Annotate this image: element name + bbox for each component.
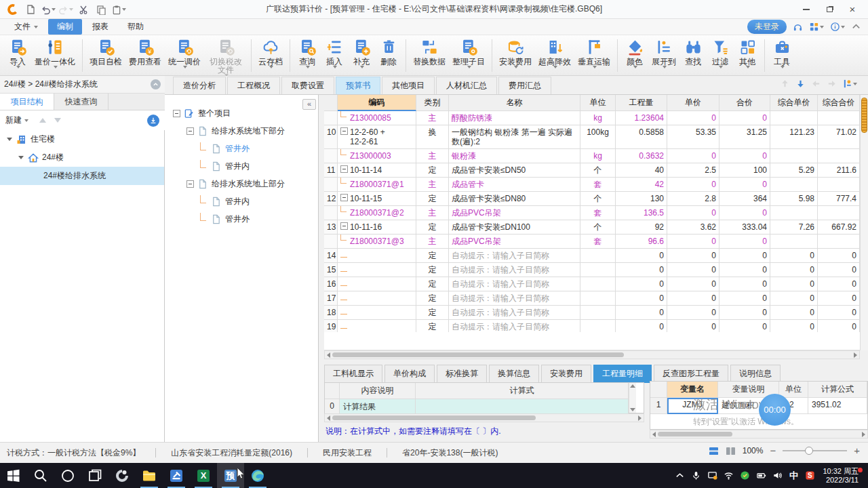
vars-cell-rownum[interactable]: 1 <box>650 398 667 414</box>
tree-node-管井外[interactable]: 管井外 <box>165 210 318 228</box>
list-view-icon[interactable] <box>709 447 719 455</box>
cell-name[interactable]: 银粉漆 <box>449 149 580 163</box>
cell-total[interactable]: 0 <box>719 206 770 220</box>
detail-tab-工料机显示[interactable]: 工料机显示 <box>324 365 382 383</box>
cell-code[interactable] <box>338 277 416 291</box>
cell-composite-price[interactable] <box>770 149 818 163</box>
cell-name[interactable]: 成品管卡安装≤DN80 <box>449 192 580 206</box>
volume-icon[interactable] <box>772 470 783 481</box>
copy-icon[interactable] <box>94 3 108 16</box>
tree-node-整个项目[interactable]: 整个项目 <box>165 104 318 122</box>
expand-collapse-icon[interactable] <box>340 127 348 135</box>
detail-tab-单价构成[interactable]: 单价构成 <box>384 365 435 383</box>
cell-category[interactable]: 定 <box>416 249 449 263</box>
toolbar-button-安装费用[interactable]: 安装费用 <box>496 37 535 69</box>
cell-category[interactable]: 主 <box>416 178 449 192</box>
menu-item-文件[interactable]: 文件 <box>5 19 47 35</box>
cell-composite-total[interactable]: 0 <box>818 277 860 291</box>
cell-composite-total[interactable]: 777.4 <box>818 192 860 206</box>
apps-grid-icon[interactable] <box>809 22 824 32</box>
cell-total[interactable]: 0 <box>719 149 770 163</box>
cell-code[interactable] <box>338 291 416 306</box>
cell-quantity[interactable]: 0 <box>616 306 667 320</box>
expand-collapse-icon[interactable] <box>340 165 348 173</box>
tree-node-管井内[interactable]: 管井内 <box>165 192 318 210</box>
cell-composite-price[interactable]: 0 <box>770 249 818 263</box>
export-circle-button[interactable] <box>147 115 159 127</box>
cell-name[interactable]: 成品PVC吊架 <box>449 206 580 220</box>
cell-composite-price[interactable]: 7.26 <box>770 220 818 235</box>
cell-unit-price[interactable]: 0 <box>667 111 719 125</box>
headset-icon[interactable] <box>793 22 803 32</box>
collapse-ribbon-icon[interactable] <box>851 22 861 32</box>
cell-composite-price[interactable]: 121.23 <box>770 125 818 149</box>
column-header-rownum[interactable] <box>324 95 338 111</box>
toolbar-button-其他[interactable]: 其他 <box>734 37 761 69</box>
tab-预算书[interactable]: 预算书 <box>336 77 380 94</box>
new-doc-icon[interactable] <box>23 3 38 16</box>
cell-quantity[interactable]: 0.3632 <box>616 149 667 163</box>
detail-tab-标准换算[interactable]: 标准换算 <box>437 365 487 383</box>
cell-row-number[interactable]: 12 <box>324 192 338 206</box>
cell-name[interactable]: 自动提示：请输入子目简称 <box>449 306 580 320</box>
cell-category[interactable]: 定 <box>416 306 449 320</box>
toolbar-button-工具[interactable]: 工具 <box>768 37 795 69</box>
collapse-tree-panel-button[interactable]: « <box>302 99 316 110</box>
cell-code[interactable] <box>338 306 416 320</box>
cell-unit-price[interactable]: 0 <box>667 235 719 249</box>
cortana-icon[interactable] <box>54 463 81 488</box>
cell-row-number[interactable] <box>324 178 338 192</box>
cell-composite-total[interactable] <box>818 235 860 249</box>
cell-unit-price[interactable]: 0 <box>667 249 719 263</box>
toolbar-button-切换税改文件[interactable]: 切换税改文件 <box>204 37 248 77</box>
cell-total[interactable]: 0 <box>719 111 770 125</box>
toolbar-button-整理子目[interactable]: 整理子目 <box>449 37 488 69</box>
cell-quantity[interactable]: 0 <box>616 249 667 263</box>
budget-horizontal-scrollbar[interactable] <box>324 350 860 359</box>
move-down-icon[interactable] <box>54 118 61 123</box>
cell-total[interactable]: 0 <box>719 291 770 306</box>
cell-composite-total[interactable]: 0 <box>818 291 860 306</box>
antivirus-icon[interactable] <box>739 470 750 481</box>
cell-code[interactable]: 10-11-16 <box>338 220 416 235</box>
cell-category[interactable]: 定 <box>416 192 449 206</box>
info-icon[interactable] <box>830 22 845 32</box>
tab-人材机汇总[interactable]: 人材机汇总 <box>436 77 497 94</box>
left-tab-快速查询[interactable]: 快速查询 <box>54 94 108 110</box>
cell-row-number[interactable]: 17 <box>324 291 338 306</box>
cell-unit[interactable]: 套 <box>580 206 616 220</box>
tree-node-住宅楼[interactable]: 住宅楼 <box>0 130 164 148</box>
menu-item-编制[interactable]: 编制 <box>48 19 82 35</box>
excel-icon[interactable]: X <box>190 463 217 488</box>
file-explorer-icon[interactable] <box>136 463 163 488</box>
cell-unit[interactable] <box>580 277 616 291</box>
column-header-单价[interactable]: 单价 <box>667 95 719 111</box>
detail-tab-工程量明细[interactable]: 工程量明细 <box>593 365 652 383</box>
cell-quantity[interactable]: 0 <box>616 277 667 291</box>
cell-code[interactable] <box>338 249 416 263</box>
cell-code[interactable] <box>338 263 416 277</box>
cell-unit-price[interactable]: 0 <box>667 178 719 192</box>
row-right-icon[interactable] <box>827 79 837 89</box>
cell-unit[interactable]: kg <box>580 111 616 125</box>
split-view-icon[interactable] <box>726 447 736 455</box>
cell-total[interactable]: 333.04 <box>719 220 770 235</box>
toolbar-button-删除[interactable]: 删除 <box>375 37 402 66</box>
toolbar-button-替换数据[interactable]: 替换数据 <box>410 37 449 66</box>
wifi-icon[interactable] <box>723 470 734 481</box>
cell-composite-price[interactable] <box>770 178 818 192</box>
toolbar-button-展开到[interactable]: 展开到 <box>648 37 679 69</box>
restore-button[interactable] <box>818 1 841 18</box>
cell-code[interactable]: 10-11-14 <box>338 163 416 178</box>
tree-node-管井内[interactable]: 管井内 <box>165 157 318 175</box>
cell-row-number[interactable]: 18 <box>324 306 338 320</box>
cell-composite-total[interactable]: 211.6 <box>818 163 860 178</box>
cell-quantity[interactable]: 42 <box>616 178 667 192</box>
detail-tab-说明信息[interactable]: 说明信息 <box>730 365 781 383</box>
cell-unit-price[interactable]: 0 <box>667 206 719 220</box>
collapse-box-icon[interactable] <box>186 127 194 135</box>
cell-unit[interactable]: 个 <box>580 220 616 235</box>
column-header-工程量[interactable]: 工程量 <box>616 95 667 111</box>
screen-share-icon[interactable] <box>707 470 717 481</box>
cell-total[interactable]: 364 <box>719 192 770 206</box>
